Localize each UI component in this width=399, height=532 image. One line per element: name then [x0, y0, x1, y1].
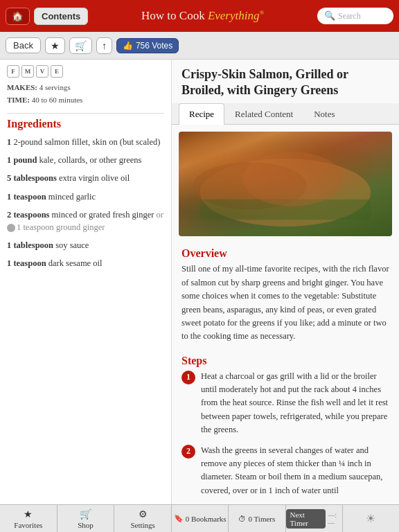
step-number-2: 2: [181, 445, 195, 459]
ingredient-item: 1 2-pound salmon fillet, skin on (but sc…: [7, 136, 164, 148]
contents-button[interactable]: Contents: [34, 8, 88, 25]
back-button[interactable]: Back: [6, 37, 41, 53]
ingredient-item: 1 pound kale, collards, or other greens: [7, 154, 164, 166]
format-f: F: [7, 65, 19, 78]
top-navigation-bar: 🏠 Contents How to Cook Everything® 🔍 Sea…: [0, 0, 399, 32]
vote-button[interactable]: 👍 756 Votes: [116, 38, 179, 53]
left-panel: F M V E MAKES: 4 servings TIME: 40 to 60…: [0, 60, 172, 504]
recipe-title: Crispy-Skin Salmon, Grilled or Broiled, …: [172, 60, 399, 103]
time-label: TIME:: [7, 96, 30, 104]
time-value: 40 to 60 minutes: [32, 96, 83, 104]
step-2: 2 Wash the greens in several changes of …: [172, 444, 399, 505]
shop-label: Shop: [78, 521, 94, 529]
makes-label: MAKES:: [7, 83, 37, 91]
ingredients-title: Ingredients: [7, 118, 164, 130]
ingredient-item: 5 tablespoons extra virgin olive oil: [7, 172, 164, 184]
main-content: F M V E MAKES: 4 servings TIME: 40 to 60…: [0, 60, 399, 504]
ingredient-item: 1 teaspoon minced garlic: [7, 190, 164, 203]
gear-icon: ⚙: [139, 508, 148, 520]
settings-button[interactable]: ⚙ Settings: [114, 505, 171, 532]
search-icon: 🔍: [324, 10, 335, 21]
step-text-1: Heat a charcoal or gas grill with a lid …: [201, 370, 389, 437]
format-v: V: [36, 65, 48, 78]
tab-related-content[interactable]: Related Content: [224, 103, 303, 125]
ingredient-item: 2 teaspoons minced or grated fresh ginge…: [7, 209, 164, 233]
cart-icon: 🛒: [80, 508, 91, 520]
right-panel: Crispy-Skin Salmon, Grilled or Broiled, …: [172, 60, 399, 504]
overview-title: Overview: [172, 243, 399, 263]
thumbs-up-icon: 👍: [123, 41, 133, 51]
step-number-1: 1: [181, 371, 195, 384]
sub-toolbar: Back ★ 🛒 ↑ 👍 756 Votes: [0, 32, 399, 60]
search-placeholder: Search: [338, 11, 361, 21]
cart-button[interactable]: 🛒: [69, 37, 92, 54]
timers-label: 0 Timers: [248, 515, 275, 523]
brightness-button[interactable]: ☀: [343, 505, 399, 532]
shop-button[interactable]: 🛒 Shop: [57, 505, 115, 532]
steps-title: Steps: [172, 351, 399, 370]
step-1: 1 Heat a charcoal or gas grill with a li…: [172, 370, 399, 444]
star-icon: ★: [24, 508, 33, 520]
next-timer-button[interactable]: Next Timer —:—: [286, 505, 343, 532]
makes-value: 4 servings: [39, 83, 71, 91]
recipe-meta: MAKES: 4 servings TIME: 40 to 60 minutes: [7, 82, 164, 106]
bottom-right-buttons: 🔖 0 Bookmarks ⏱ 0 Timers Next Timer —:— …: [172, 505, 399, 532]
search-box[interactable]: 🔍 Search: [317, 8, 393, 24]
step-text-2: Wash the greens in several changes of wa…: [201, 444, 389, 498]
tab-notes[interactable]: Notes: [303, 103, 345, 125]
timers-button[interactable]: ⏱ 0 Timers: [229, 505, 285, 532]
bookmark-icon: 🔖: [174, 514, 184, 523]
format-e: E: [51, 65, 63, 78]
svg-point-3: [242, 152, 342, 206]
ingredient-item: 1 tablespoon soy sauce: [7, 239, 164, 251]
share-button[interactable]: ↑: [96, 37, 112, 54]
favorites-button[interactable]: ★ Favorites: [0, 505, 57, 532]
format-m: M: [21, 65, 34, 78]
app-title: How to Cook Everything®: [88, 9, 317, 23]
overview-text: Still one of my all-time favorite recipe…: [172, 263, 399, 350]
tabs-row: Recipe Related Content Notes: [172, 103, 399, 125]
bottom-left-buttons: ★ Favorites 🛒 Shop ⚙ Settings: [0, 505, 172, 532]
bookmarks-label: 0 Bookmarks: [186, 515, 227, 523]
timer-icon: ⏱: [238, 515, 246, 523]
vote-count: 756 Votes: [136, 41, 172, 51]
tab-recipe[interactable]: Recipe: [179, 103, 224, 125]
brightness-icon: ☀: [366, 512, 375, 525]
format-icons: F M V E: [7, 65, 164, 78]
bottom-bar: ★ Favorites 🛒 Shop ⚙ Settings 🔖 0 Bookma…: [0, 504, 399, 532]
favorites-label: Favorites: [14, 521, 42, 529]
favorite-button[interactable]: ★: [45, 37, 65, 54]
next-timer-label: Next Timer: [286, 509, 326, 529]
home-button[interactable]: 🏠: [6, 8, 30, 25]
food-image: [179, 132, 392, 237]
settings-label: Settings: [130, 521, 154, 529]
bookmarks-button[interactable]: 🔖 0 Bookmarks: [172, 505, 229, 532]
ingredient-item: 1 teaspoon dark sesame oil: [7, 257, 164, 269]
